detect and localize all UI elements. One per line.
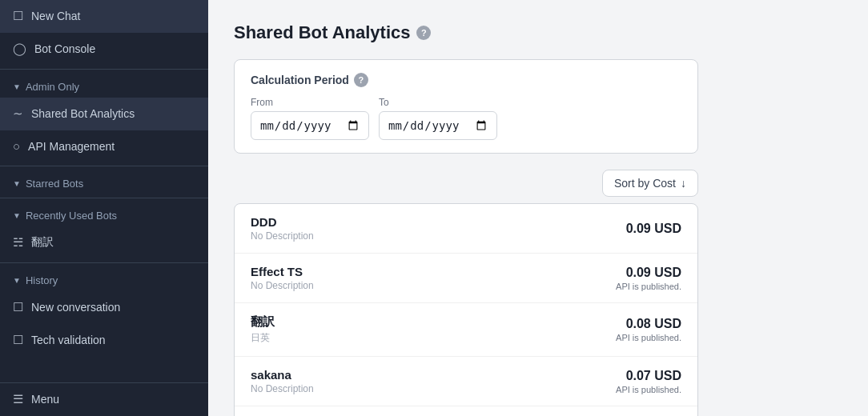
bot-right-3: 0.07 USDAPI is published. [616, 369, 681, 394]
sort-by-cost-button[interactable]: Sort by Cost ↓ [602, 170, 698, 197]
bot-row[interactable]: 翻訳日英0.08 USDAPI is published. [235, 303, 697, 357]
bot-list: DDDNo Description0.09 USDEffect TSNo Des… [234, 203, 698, 416]
bot-description: 日英 [251, 331, 275, 345]
page-title-text: Shared Bot Analytics [234, 22, 410, 43]
bot-name: DDD [251, 215, 314, 229]
tech-validation-icon: ☐ [13, 333, 23, 347]
sidebar-item-new-chat[interactable]: ☐ New Chat [0, 0, 208, 33]
info-icon[interactable]: ? [416, 26, 431, 40]
bot-left-0: DDDNo Description [251, 215, 314, 242]
bot-name: 翻訳 [251, 314, 275, 330]
bot-cost: 0.07 USD [626, 369, 681, 383]
translation-bot-label: 翻訳 [31, 235, 195, 250]
sidebar-item-menu[interactable]: ☰ Menu [0, 383, 208, 416]
new-conversation-label: New conversation [31, 301, 195, 314]
recently-used-bots-label: Recently Used Bots [26, 210, 117, 222]
bot-console-icon: ◯ [13, 42, 26, 56]
sidebar: ☐ New Chat ◯ Bot Console ▼ Admin Only ∼ … [0, 0, 208, 416]
sidebar-section-history[interactable]: ▼ History [0, 266, 208, 291]
period-info-icon[interactable]: ? [354, 73, 368, 87]
bot-console-label: Bot Console [34, 42, 195, 55]
bot-description: No Description [251, 383, 314, 394]
chevron-down-icon-3: ▼ [13, 211, 21, 220]
bot-row[interactable]: Effect TSNo Description0.09 USDAPI is pu… [235, 254, 697, 303]
api-icon: ○ [13, 139, 20, 153]
from-field: From [251, 97, 369, 140]
menu-label: Menu [31, 393, 195, 406]
period-title-text: Calculation Period [251, 74, 349, 86]
analytics-icon: ∼ [13, 106, 23, 121]
to-label: To [379, 97, 497, 108]
bot-cost: 0.08 USD [626, 317, 681, 331]
bot-row[interactable]: sakanaNo Description0.07 USDAPI is publi… [235, 357, 697, 406]
sidebar-item-shared-bot-analytics[interactable]: ∼ Shared Bot Analytics [0, 98, 208, 130]
conversation-icon: ☐ [13, 300, 23, 314]
sidebar-section-admin-only[interactable]: ▼ Admin Only [0, 73, 208, 98]
sidebar-item-bot-console[interactable]: ◯ Bot Console [0, 33, 208, 66]
period-inputs: From To [251, 97, 681, 140]
main-content: Shared Bot Analytics ? Calculation Perio… [208, 0, 868, 416]
sort-row: Sort by Cost ↓ [234, 170, 698, 197]
to-date-input[interactable] [379, 111, 497, 140]
bot-row[interactable]: DDDNo Description0.09 USD [235, 204, 697, 254]
sidebar-item-api-management[interactable]: ○ API Management [0, 130, 208, 162]
sort-down-icon: ↓ [681, 177, 686, 190]
to-field: To [379, 97, 497, 140]
period-card-title: Calculation Period ? [251, 73, 681, 87]
bot-description: No Description [251, 230, 314, 242]
bot-published-status: API is published. [616, 282, 681, 291]
divider-2 [0, 166, 208, 166]
tech-validation-label: Tech validation [31, 334, 195, 346]
bot-cost: 0.09 USD [626, 222, 681, 236]
from-label: From [251, 97, 369, 108]
sort-label: Sort by Cost [614, 177, 676, 190]
bot-left-2: 翻訳日英 [251, 314, 275, 345]
sidebar-section-starred-bots[interactable]: ▼ Starred Bots [0, 170, 208, 194]
bot-name: sakana [251, 368, 314, 382]
bot-right-1: 0.09 USDAPI is published. [616, 266, 681, 291]
chevron-down-icon-4: ▼ [13, 276, 21, 285]
bot-right-2: 0.08 USDAPI is published. [616, 317, 681, 342]
divider-3 [0, 198, 208, 198]
chevron-down-icon: ▼ [13, 82, 21, 91]
admin-only-label: Admin Only [26, 81, 79, 93]
menu-icon: ☰ [13, 392, 23, 406]
sidebar-item-translation-bot[interactable]: ☵ 翻訳 [0, 226, 208, 259]
chevron-down-icon-2: ▼ [13, 179, 21, 188]
bot-published-status: API is published. [616, 385, 681, 394]
period-card: Calculation Period ? From To [234, 59, 698, 154]
new-chat-label: New Chat [31, 10, 195, 22]
bot-row[interactable]: kinesis blackbeltNo Description0.07 USD [235, 406, 697, 416]
sidebar-item-tech-validation[interactable]: ☐ Tech validation [0, 324, 208, 357]
bot-cost: 0.09 USD [626, 266, 681, 280]
page-title: Shared Bot Analytics ? [234, 22, 842, 43]
divider-4 [0, 262, 208, 263]
sidebar-section-recently-used[interactable]: ▼ Recently Used Bots [0, 202, 208, 226]
divider-1 [0, 69, 208, 70]
history-label: History [26, 274, 58, 286]
starred-bots-label: Starred Bots [26, 178, 83, 190]
shared-bot-analytics-label: Shared Bot Analytics [31, 107, 195, 120]
from-date-input[interactable] [251, 111, 369, 140]
chat-icon: ☐ [13, 9, 23, 23]
bot-published-status: API is published. [616, 333, 681, 342]
sidebar-bottom: ☰ Menu [0, 382, 208, 416]
api-management-label: API Management [28, 140, 195, 153]
bot-left-3: sakanaNo Description [251, 368, 314, 394]
bot-icon: ☵ [13, 235, 23, 250]
bot-name: Effect TS [251, 265, 314, 278]
bot-left-1: Effect TSNo Description [251, 265, 314, 291]
bot-description: No Description [251, 280, 314, 291]
bot-right-0: 0.09 USD [626, 222, 681, 236]
sidebar-item-new-conversation[interactable]: ☐ New conversation [0, 291, 208, 324]
